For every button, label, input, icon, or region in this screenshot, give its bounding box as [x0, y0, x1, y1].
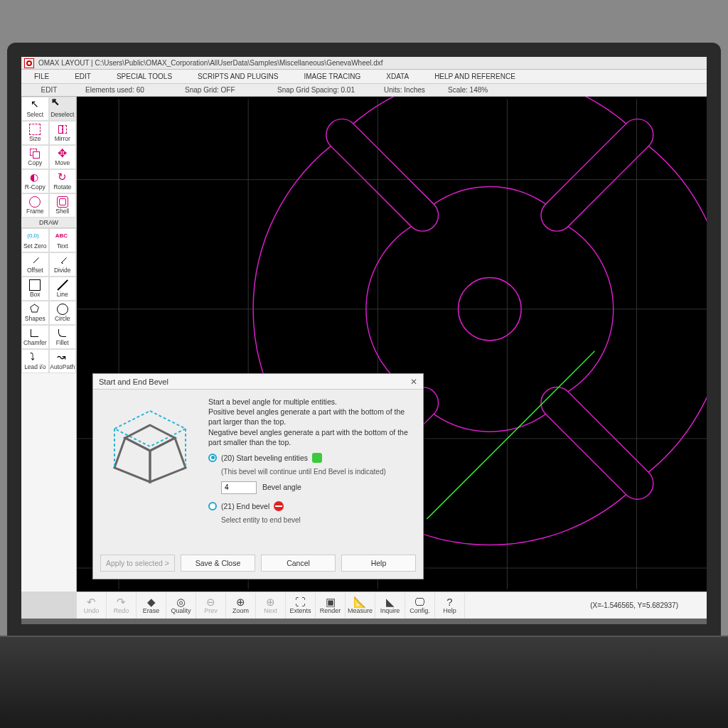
tool-copy[interactable]: Copy — [21, 145, 49, 169]
dialog-desc1: Start a bevel angle for multiple entitie… — [208, 397, 337, 406]
btn-quality[interactable]: ◎Quality — [166, 593, 196, 619]
config-icon: 🖵 — [414, 596, 425, 607]
render-icon: ▣ — [326, 596, 336, 607]
help-icon: ? — [446, 596, 452, 607]
dialog-apply-button[interactable]: Apply to selected > — [100, 555, 175, 572]
start-bevel-note: (This bevel will continue until End Beve… — [221, 467, 416, 477]
zoom-in-icon: ⊕ — [266, 596, 275, 607]
tool-frame[interactable]: Frame — [21, 193, 49, 218]
tool-autopath[interactable]: AutoPath — [49, 349, 77, 373]
radio-start-bevel[interactable] — [208, 454, 217, 462]
cursor-icon — [29, 100, 41, 111]
bevel-illustration-icon — [100, 397, 200, 496]
svg-marker-13 — [150, 438, 186, 482]
dialog-help-button[interactable]: Help — [341, 555, 416, 572]
autopath-icon — [57, 352, 68, 363]
bevel-angle-label: Bevel angle — [262, 482, 301, 492]
btn-help[interactable]: ?Help — [435, 593, 465, 619]
btn-measure[interactable]: 📐Measure — [346, 593, 375, 619]
btn-zoom[interactable]: ⊕Zoom — [226, 593, 256, 619]
app-logo-icon — [24, 58, 34, 68]
shell-icon — [57, 196, 68, 208]
circle-icon — [57, 304, 68, 315]
btn-render[interactable]: ▣Render — [316, 593, 346, 619]
bevel-angle-input[interactable] — [221, 481, 257, 494]
tool-line[interactable]: Line — [49, 277, 77, 301]
tool-text[interactable]: Text — [49, 228, 77, 252]
btn-config[interactable]: 🖵Config. — [405, 593, 435, 619]
status-units: Units: Inches — [375, 86, 439, 94]
dialog-titlebar[interactable]: Start and End Bevel ✕ — [93, 374, 423, 390]
polygon-icon — [29, 304, 41, 315]
btn-extents[interactable]: ⛶Extents — [286, 593, 316, 619]
rotate-icon — [57, 172, 68, 183]
dialog-desc2: Positive bevel angles generate a part wi… — [208, 407, 405, 426]
status-elements: Elements used: 60 — [77, 86, 176, 94]
left-toolbox: Select Deselect Size Mirror Copy Move R-… — [21, 97, 77, 592]
tool-setzero[interactable]: Set Zero — [21, 228, 49, 252]
tool-select[interactable]: Select — [21, 97, 49, 121]
window-title: OMAX LAYOUT | C:\Users\Public\OMAX_Corpo… — [38, 59, 383, 67]
rotate-copy-icon — [29, 172, 41, 183]
tool-leadio[interactable]: Lead i/o — [21, 349, 49, 373]
tool-shapes[interactable]: Shapes — [21, 301, 49, 325]
tool-move[interactable]: Move — [49, 145, 77, 169]
status-snapgrid: Snap Grid: OFF — [176, 86, 269, 94]
btn-redo[interactable]: ↷Redo — [107, 593, 136, 619]
btn-inquire[interactable]: ◣Inquire — [375, 593, 405, 619]
fillet-icon — [57, 328, 68, 339]
size-icon — [29, 124, 41, 135]
draw-section-header: DRAW — [21, 218, 76, 228]
dialog-title-text: Start and End Bevel — [99, 378, 168, 386]
tool-circle[interactable]: Circle — [49, 301, 77, 325]
frame-icon — [29, 196, 41, 208]
label-end-bevel: (21) End bevel — [221, 501, 269, 511]
dialog-desc3: Negative bevel angles generate a part wi… — [208, 428, 408, 446]
menu-bar: FILE EDIT SPECIAL TOOLS SCRIPTS AND PLUG… — [21, 70, 707, 84]
window-titlebar: OMAX LAYOUT | C:\Users\Public\OMAX_Corpo… — [21, 57, 707, 70]
tool-box[interactable]: Box — [21, 277, 49, 301]
menu-help[interactable]: HELP AND REFERENCE — [422, 73, 528, 80]
end-bevel-badge-icon — [274, 501, 284, 511]
cursor-open-icon — [57, 100, 68, 111]
tool-fillet[interactable]: Fillet — [49, 325, 77, 349]
tool-shell[interactable]: Shell — [49, 193, 77, 218]
lead-in-line — [427, 351, 594, 519]
cursor-coords: (X=-1.546565, Y=5.682937) — [590, 601, 707, 609]
zoom-out-icon: ⊖ — [206, 596, 215, 607]
tool-divide[interactable]: Divide — [49, 252, 77, 277]
text-icon — [57, 231, 68, 242]
menu-scripts[interactable]: SCRIPTS AND PLUGINS — [185, 73, 291, 80]
btn-next[interactable]: ⊕Next — [256, 593, 286, 619]
quality-icon: ◎ — [176, 596, 186, 607]
tool-offset[interactable]: Offset — [21, 252, 49, 277]
tool-size[interactable]: Size — [21, 121, 49, 145]
status-bar: EDIT Elements used: 60 Snap Grid: OFF Sn… — [21, 84, 707, 97]
tool-rotate[interactable]: Rotate — [49, 169, 77, 193]
end-bevel-note: Select entity to end bevel — [221, 515, 416, 525]
menu-image-tracing[interactable]: IMAGE TRACING — [291, 73, 373, 80]
bevel-dialog: Start and End Bevel ✕ Start a bevel angl… — [92, 373, 424, 579]
redo-icon: ↷ — [117, 596, 126, 607]
divide-icon — [57, 255, 68, 267]
tool-rcopy[interactable]: R-Copy — [21, 169, 49, 193]
menu-xdata[interactable]: XDATA — [373, 73, 422, 80]
dialog-cancel-button[interactable]: Cancel — [261, 555, 336, 572]
menu-edit[interactable]: EDIT — [62, 73, 104, 80]
btn-undo[interactable]: ↶Undo — [77, 593, 107, 619]
erase-icon: ◆ — [147, 596, 156, 607]
chamfer-icon — [29, 328, 41, 339]
tool-mirror[interactable]: Mirror — [49, 121, 77, 145]
label-start-bevel: (20) Start beveling entities — [221, 453, 308, 463]
dialog-save-button[interactable]: Save & Close — [181, 555, 255, 572]
menu-file[interactable]: FILE — [21, 73, 62, 80]
status-mode: EDIT — [21, 86, 77, 94]
radio-end-bevel[interactable] — [208, 502, 217, 510]
zoom-icon: ⊕ — [236, 596, 245, 607]
btn-prev[interactable]: ⊖Prev — [196, 593, 226, 619]
tool-deselect[interactable]: Deselect — [49, 97, 77, 121]
btn-erase[interactable]: ◆Erase — [136, 593, 166, 619]
menu-special-tools[interactable]: SPECIAL TOOLS — [104, 73, 185, 80]
dialog-close-button[interactable]: ✕ — [410, 377, 417, 387]
tool-chamfer[interactable]: Chamfer — [21, 325, 49, 349]
